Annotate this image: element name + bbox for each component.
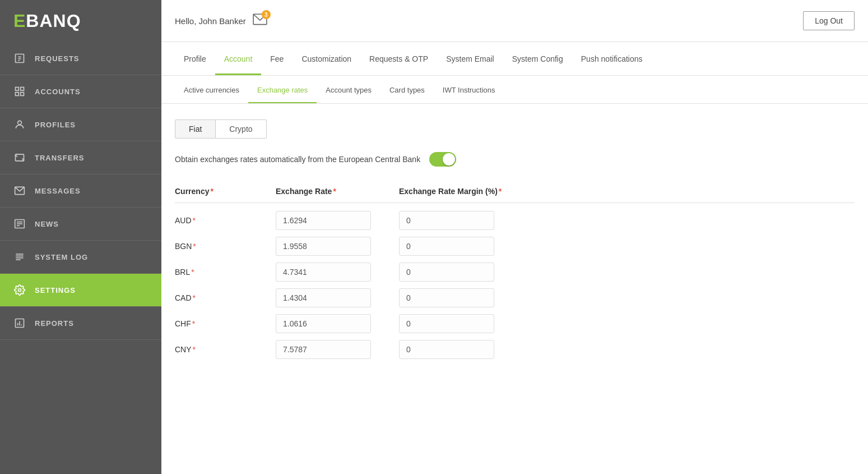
margin-input-chf[interactable] bbox=[399, 314, 494, 333]
ecb-toggle-switch[interactable] bbox=[429, 152, 456, 167]
rate-row-chf: CHF* bbox=[175, 311, 855, 337]
report-icon bbox=[13, 317, 26, 329]
logo-rest: BANQ bbox=[26, 11, 81, 31]
export-icon bbox=[13, 52, 26, 65]
margin-input-bgn-wrap bbox=[399, 237, 533, 256]
margin-input-bgn[interactable] bbox=[399, 237, 494, 256]
tab-system-email[interactable]: System Email bbox=[437, 42, 503, 75]
margin-input-aud-wrap bbox=[399, 211, 533, 230]
fiat-crypto-toggle: Fiat Crypto bbox=[175, 119, 855, 139]
rate-input-brl[interactable] bbox=[276, 263, 371, 282]
tab-profile[interactable]: Profile bbox=[175, 42, 215, 75]
sidebar-item-profiles[interactable]: PROFILES bbox=[0, 108, 161, 141]
ecb-row: Obtain exchanges rates automatically fro… bbox=[175, 152, 855, 167]
tab-push-notifications[interactable]: Push notifications bbox=[572, 42, 652, 75]
margin-input-brl[interactable] bbox=[399, 263, 494, 282]
gear-icon bbox=[13, 284, 26, 296]
svg-point-19 bbox=[18, 289, 21, 292]
tab-account[interactable]: Account bbox=[215, 42, 262, 75]
header-currency: Currency* bbox=[175, 187, 276, 196]
sidebar-item-reports[interactable]: REPORTS bbox=[0, 307, 161, 340]
sub-tab-account-types[interactable]: Account types bbox=[317, 76, 380, 103]
currency-aud: AUD* bbox=[175, 216, 276, 225]
rates-table-header: Currency* Exchange Rate* Exchange Rate M… bbox=[175, 182, 855, 203]
rate-input-bgn[interactable] bbox=[276, 237, 371, 256]
person-icon bbox=[13, 118, 26, 131]
greeting-text: Hello, John Banker bbox=[175, 16, 246, 26]
topbar-left: Hello, John Banker 3 bbox=[175, 13, 267, 28]
svg-rect-9 bbox=[16, 154, 24, 161]
tab-customization[interactable]: Customization bbox=[293, 42, 360, 75]
sidebar-label-messages: MESSAGES bbox=[35, 187, 81, 195]
currency-cad: CAD* bbox=[175, 293, 276, 302]
currency-bgn: BGN* bbox=[175, 242, 276, 251]
svg-rect-7 bbox=[21, 93, 24, 96]
header-margin: Exchange Rate Margin (%)* bbox=[399, 187, 533, 196]
sidebar-nav: REQUESTS ACCOUNTS PROFILES bbox=[0, 42, 161, 474]
logo-area: EBANQ bbox=[0, 0, 161, 42]
margin-input-cny[interactable] bbox=[399, 340, 494, 359]
ecb-label: Obtain exchanges rates automatically fro… bbox=[175, 155, 420, 164]
sidebar-label-requests: REQUESTS bbox=[35, 54, 80, 63]
tab-requests-otp[interactable]: Requests & OTP bbox=[360, 42, 437, 75]
sub-tab-card-types[interactable]: Card types bbox=[380, 76, 434, 103]
sidebar-item-messages[interactable]: MESSAGES bbox=[0, 174, 161, 208]
sidebar-item-transfers[interactable]: TRANSFERS bbox=[0, 141, 161, 174]
main-tabs: Profile Account Fee Customization Reques… bbox=[161, 42, 868, 76]
rate-input-cad-wrap bbox=[276, 288, 399, 307]
brand-logo: EBANQ bbox=[13, 11, 81, 31]
margin-input-cny-wrap bbox=[399, 340, 533, 359]
sub-tab-exchange-rates[interactable]: Exchange rates bbox=[248, 76, 317, 103]
crypto-toggle-button[interactable]: Crypto bbox=[216, 119, 266, 139]
margin-input-cad[interactable] bbox=[399, 288, 494, 307]
mail-badge: 3 bbox=[262, 10, 271, 19]
topbar: Hello, John Banker 3 Log Out bbox=[161, 0, 868, 42]
rate-row-cny: CNY* bbox=[175, 337, 855, 362]
margin-input-brl-wrap bbox=[399, 263, 533, 282]
rate-input-cad[interactable] bbox=[276, 288, 371, 307]
sidebar-label-reports: REPORTS bbox=[35, 319, 74, 328]
rate-input-chf-wrap bbox=[276, 314, 399, 333]
margin-input-chf-wrap bbox=[399, 314, 533, 333]
header-exchange-rate: Exchange Rate* bbox=[276, 187, 399, 196]
sidebar-label-profiles: PROFILES bbox=[35, 121, 76, 129]
sidebar-item-requests[interactable]: REQUESTS bbox=[0, 42, 161, 75]
currency-brl: BRL* bbox=[175, 268, 276, 277]
tab-system-config[interactable]: System Config bbox=[503, 42, 572, 75]
sidebar-item-news[interactable]: NEWS bbox=[0, 208, 161, 241]
sub-tab-active-currencies[interactable]: Active currencies bbox=[175, 76, 248, 103]
list-icon bbox=[13, 251, 26, 263]
rate-input-chf[interactable] bbox=[276, 314, 371, 333]
currency-chf: CHF* bbox=[175, 319, 276, 328]
rate-input-bgn-wrap bbox=[276, 237, 399, 256]
margin-input-aud[interactable] bbox=[399, 211, 494, 230]
sidebar-item-settings[interactable]: SETTINGS bbox=[0, 274, 161, 307]
rate-input-cny-wrap bbox=[276, 340, 399, 359]
tab-fee[interactable]: Fee bbox=[261, 42, 293, 75]
rate-input-cny[interactable] bbox=[276, 340, 371, 359]
rate-input-aud-wrap bbox=[276, 211, 399, 230]
rate-input-aud[interactable] bbox=[276, 211, 371, 230]
sidebar-label-news: NEWS bbox=[35, 220, 59, 228]
sub-tabs: Active currencies Exchange rates Account… bbox=[161, 76, 868, 104]
svg-rect-5 bbox=[21, 88, 24, 91]
logo-letter-e: E bbox=[13, 11, 26, 31]
sidebar: EBANQ REQUESTS ACCOUNTS bbox=[0, 0, 161, 474]
sub-tab-iwt-instructions[interactable]: IWT Instructions bbox=[434, 76, 504, 103]
envelope-icon bbox=[13, 185, 26, 197]
svg-point-8 bbox=[18, 121, 22, 125]
grid-icon bbox=[13, 85, 26, 98]
rate-row-bgn: BGN* bbox=[175, 233, 855, 259]
sidebar-item-system-log[interactable]: SYSTEM LOG bbox=[0, 241, 161, 274]
transfer-icon bbox=[13, 151, 26, 164]
sidebar-label-system-log: SYSTEM LOG bbox=[35, 253, 88, 261]
sidebar-label-accounts: ACCOUNTS bbox=[35, 88, 81, 96]
newspaper-icon bbox=[13, 218, 26, 230]
margin-input-cad-wrap bbox=[399, 288, 533, 307]
mail-button[interactable]: 3 bbox=[253, 13, 267, 28]
svg-rect-6 bbox=[16, 93, 19, 96]
sidebar-label-settings: SETTINGS bbox=[35, 286, 76, 294]
sidebar-item-accounts[interactable]: ACCOUNTS bbox=[0, 75, 161, 108]
logout-button[interactable]: Log Out bbox=[803, 11, 855, 30]
fiat-toggle-button[interactable]: Fiat bbox=[175, 119, 216, 139]
